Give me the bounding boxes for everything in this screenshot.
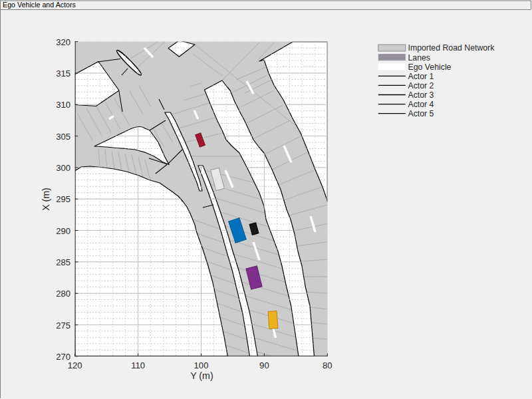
- svg-text:275: 275: [56, 321, 70, 331]
- svg-text:320: 320: [56, 37, 70, 47]
- svg-text:Actor 2: Actor 2: [408, 81, 434, 90]
- svg-text:300: 300: [56, 163, 70, 173]
- svg-text:X (m): X (m): [41, 188, 51, 211]
- svg-text:Y (m): Y (m): [190, 370, 213, 381]
- svg-text:Actor 1: Actor 1: [408, 72, 434, 81]
- svg-text:280: 280: [56, 289, 70, 299]
- svg-text:Actor 4: Actor 4: [408, 100, 434, 109]
- svg-text:Actor 5: Actor 5: [408, 109, 434, 118]
- svg-text:90: 90: [259, 360, 269, 370]
- svg-text:Actor 3: Actor 3: [408, 90, 434, 100]
- svg-text:100: 100: [194, 360, 209, 370]
- svg-text:270: 270: [56, 352, 70, 362]
- svg-text:Lanes: Lanes: [408, 53, 431, 63]
- svg-text:290: 290: [56, 226, 70, 236]
- svg-text:295: 295: [56, 194, 70, 204]
- svg-text:315: 315: [56, 68, 70, 78]
- svg-text:305: 305: [56, 132, 70, 142]
- svg-text:285: 285: [56, 257, 70, 267]
- svg-text:310: 310: [56, 100, 70, 110]
- svg-text:Ego Vehicle and Actors: Ego Vehicle and Actors: [3, 1, 76, 9]
- svg-text:110: 110: [131, 360, 145, 370]
- svg-text:Ego Vehicle: Ego Vehicle: [408, 63, 452, 72]
- svg-text:80: 80: [323, 360, 332, 370]
- svg-text:Imported Road Network: Imported Road Network: [408, 43, 495, 53]
